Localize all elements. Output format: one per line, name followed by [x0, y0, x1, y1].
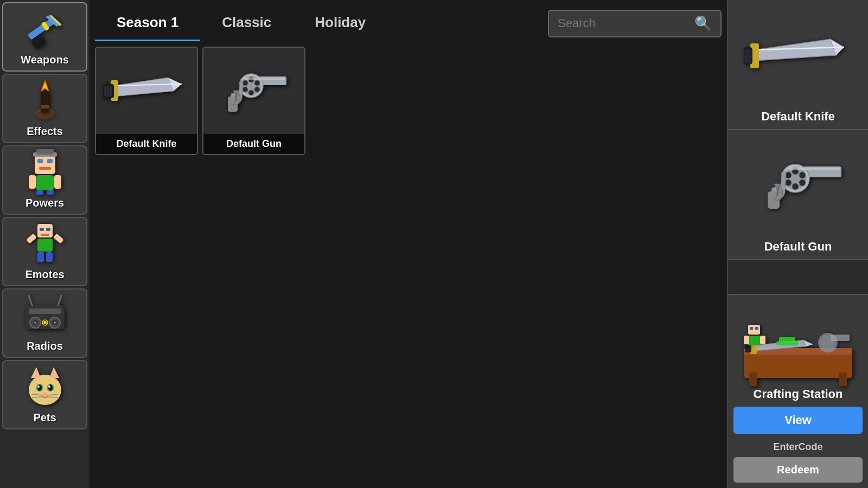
svg-rect-109	[831, 335, 850, 341]
enter-code-label: EnterCode	[773, 441, 822, 453]
svg-rect-23	[40, 228, 44, 231]
svg-rect-115	[748, 336, 760, 345]
radios-icon	[21, 290, 69, 338]
svg-rect-18	[36, 190, 43, 195]
sidebar-item-radios[interactable]: Radios	[2, 288, 87, 358]
svg-rect-15	[36, 175, 54, 190]
tab-classic[interactable]: Classic	[200, 5, 293, 41]
svg-rect-101	[749, 373, 757, 386]
svg-rect-98	[788, 168, 840, 170]
svg-rect-19	[47, 190, 54, 195]
svg-rect-6	[41, 92, 49, 113]
sidebar-item-weapons[interactable]: Weapons	[2, 2, 87, 72]
redeem-button[interactable]: Redeem	[733, 457, 863, 483]
svg-rect-32	[29, 309, 61, 314]
svg-rect-24	[46, 228, 50, 231]
svg-point-72	[254, 87, 260, 92]
svg-point-93	[792, 183, 799, 190]
sidebar-weapons-label: Weapons	[21, 54, 69, 66]
svg-line-56	[32, 397, 43, 397]
crafting-station-image	[738, 300, 858, 387]
gun-image	[203, 48, 304, 134]
sidebar: Weapons Effects	[0, 0, 90, 488]
svg-line-41	[29, 296, 32, 305]
selected-knife-label: Default Knife	[761, 110, 835, 124]
sidebar-pets-label: Pets	[33, 412, 56, 424]
item-card-default-knife[interactable]: Default Knife	[95, 47, 198, 155]
svg-point-75	[242, 80, 248, 86]
weapons-icon	[21, 4, 69, 52]
tab-bar: Season 1 Classic Holiday 🔍	[95, 5, 722, 41]
crafting-station-label: Crafting Station	[754, 387, 843, 401]
svg-point-92	[799, 179, 806, 186]
svg-point-52	[37, 386, 40, 388]
svg-point-91	[799, 172, 806, 178]
gun-card-label: Default Gun	[203, 134, 304, 154]
svg-rect-11	[35, 155, 55, 174]
sidebar-item-pets[interactable]: Pets	[2, 360, 87, 429]
svg-rect-10	[41, 105, 49, 108]
sidebar-item-emotes[interactable]: Emotes	[2, 217, 87, 286]
search-icon: 🔍	[694, 15, 712, 32]
svg-rect-113	[750, 327, 753, 330]
search-bar: 🔍	[548, 10, 722, 37]
selected-knife-image	[733, 5, 863, 105]
sidebar-effects-label: Effects	[27, 125, 63, 138]
svg-point-74	[242, 87, 248, 92]
svg-rect-26	[37, 239, 53, 252]
svg-point-73	[248, 90, 254, 95]
svg-rect-30	[46, 252, 53, 262]
svg-rect-99	[744, 351, 852, 378]
svg-point-53	[48, 386, 50, 388]
svg-rect-117	[760, 336, 765, 344]
svg-line-42	[58, 296, 61, 305]
svg-rect-28	[53, 233, 63, 243]
tab-holiday[interactable]: Holiday	[293, 5, 387, 41]
selected-gun[interactable]: Default Gun	[728, 130, 868, 260]
svg-rect-13	[47, 159, 53, 163]
svg-point-43	[29, 375, 61, 405]
svg-rect-116	[744, 336, 749, 344]
main-content: Season 1 Classic Holiday 🔍	[90, 0, 727, 488]
svg-line-77	[235, 93, 237, 100]
item-card-default-gun[interactable]: Default Gun	[202, 47, 305, 155]
svg-rect-25	[41, 234, 49, 236]
svg-rect-78	[244, 78, 285, 80]
right-panel: Default Knife Default Gun	[727, 0, 868, 488]
svg-rect-111	[779, 337, 795, 343]
sidebar-powers-label: Powers	[25, 197, 64, 209]
knife-image	[96, 48, 197, 134]
svg-rect-17	[54, 175, 61, 189]
svg-point-94	[785, 179, 792, 186]
svg-point-38	[54, 322, 56, 324]
pets-icon	[21, 362, 69, 409]
powers-icon	[21, 147, 69, 195]
search-input[interactable]	[558, 16, 689, 30]
selected-gun-label: Default Gun	[764, 240, 832, 254]
svg-rect-16	[29, 175, 36, 189]
sidebar-emotes-label: Emotes	[25, 268, 64, 281]
svg-point-35	[34, 322, 36, 324]
selected-gun-image	[733, 136, 863, 235]
svg-rect-102	[839, 373, 847, 386]
svg-point-50	[37, 384, 42, 391]
svg-point-51	[48, 384, 53, 391]
svg-rect-112	[748, 325, 760, 335]
svg-rect-14	[39, 167, 51, 170]
svg-point-40	[43, 321, 47, 324]
svg-line-58	[47, 397, 58, 397]
items-grid: Default Knife	[95, 47, 722, 155]
sidebar-item-powers[interactable]: Powers	[2, 145, 87, 215]
svg-rect-21	[36, 149, 54, 155]
tab-season1[interactable]: Season 1	[95, 5, 200, 41]
selected-knife[interactable]: Default Knife	[728, 0, 868, 130]
svg-line-97	[777, 186, 778, 195]
crafting-station: Crafting Station View EnterCode Redeem	[728, 294, 868, 488]
effects-icon	[21, 75, 69, 123]
sidebar-radios-label: Radios	[27, 340, 63, 352]
sidebar-item-effects[interactable]: Effects	[2, 74, 87, 143]
svg-rect-114	[755, 327, 758, 330]
emotes-icon	[21, 219, 69, 266]
view-button[interactable]: View	[733, 407, 863, 434]
svg-point-71	[254, 80, 260, 86]
